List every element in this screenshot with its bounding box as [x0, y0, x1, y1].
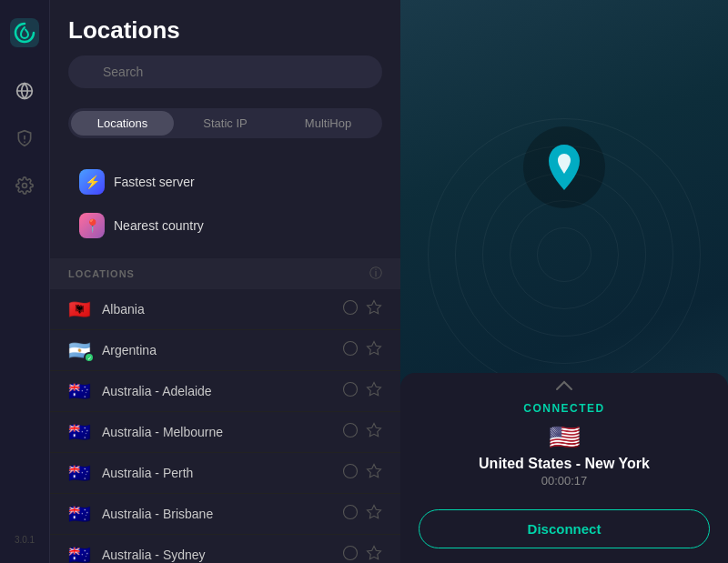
tab-static-ip[interactable]: Static IP — [174, 111, 277, 136]
svg-marker-17 — [368, 465, 381, 478]
country-list-item[interactable]: 🇦🇺Australia - Brisbane — [50, 494, 400, 535]
svg-point-12 — [344, 383, 358, 397]
tab-multihop[interactable]: MultiHop — [277, 111, 379, 136]
country-list-item[interactable]: 🇦🇷✓Argentina — [50, 330, 400, 371]
fastest-server-label: Fastest server — [114, 175, 195, 189]
svg-point-16 — [344, 465, 358, 478]
tab-locations[interactable]: Locations — [71, 111, 174, 136]
svg-point-18 — [344, 506, 358, 519]
country-list-item[interactable]: 🇦🇺Australia - Sydney — [50, 535, 400, 563]
left-panel: Locations Locations Static IP MultiHop ⚡… — [50, 0, 400, 563]
svg-marker-19 — [368, 506, 381, 518]
connected-location: United States - New York — [419, 456, 710, 472]
connect-icon[interactable] — [342, 463, 359, 483]
panel-header: Locations — [50, 0, 400, 108]
country-actions — [342, 340, 382, 360]
country-flag: 🇦🇱 — [68, 298, 91, 320]
country-name: Argentina — [102, 343, 342, 357]
country-list-item[interactable]: 🇦🇺Australia - Melbourne — [50, 412, 400, 453]
connect-icon[interactable] — [342, 545, 359, 563]
country-flag: 🇦🇺 — [68, 462, 91, 484]
vpn-badge: ✓ — [84, 352, 95, 363]
chevron-up-icon[interactable] — [400, 373, 728, 398]
connect-icon[interactable] — [342, 504, 359, 524]
search-input[interactable] — [68, 55, 382, 88]
favorite-icon[interactable] — [366, 422, 382, 442]
country-name: Australia - Brisbane — [102, 507, 342, 521]
country-flag: 🇦🇺 — [68, 421, 91, 443]
fastest-server-item[interactable]: ⚡ Fastest server — [68, 160, 382, 204]
lightning-icon: ⚡ — [79, 169, 105, 195]
svg-marker-11 — [368, 342, 381, 355]
sidebar-icon-globe[interactable] — [12, 78, 37, 104]
locations-section-header: LOCATIONS ⓘ — [50, 258, 400, 289]
right-panel: CONNECTED 🇺🇸 United States - New York 00… — [400, 0, 728, 563]
info-icon[interactable]: ⓘ — [369, 266, 382, 282]
sidebar-icon-settings[interactable] — [12, 173, 37, 198]
tab-bar: Locations Static IP MultiHop — [68, 108, 382, 138]
favorite-icon[interactable] — [366, 545, 382, 563]
connect-icon[interactable] — [342, 340, 359, 360]
location-icon: 📍 — [79, 213, 105, 238]
country-actions — [342, 463, 382, 483]
surfshark-logo-container — [523, 126, 605, 212]
disconnect-button[interactable]: Disconnect — [419, 509, 710, 548]
special-items: ⚡ Fastest server 📍 Nearest country — [50, 149, 400, 258]
country-list-item[interactable]: 🇦🇱Albania — [50, 289, 400, 330]
connected-time: 00:00:17 — [419, 474, 710, 488]
country-list: 🇦🇱Albania🇦🇷✓Argentina🇦🇺Australia - Adela… — [50, 289, 400, 563]
country-list-item[interactable]: 🇦🇺Australia - Adelaide — [50, 371, 400, 412]
sidebar-icon-shield[interactable] — [12, 126, 37, 151]
favorite-icon[interactable] — [366, 463, 382, 483]
app-version: 3.0.1 — [15, 535, 35, 545]
country-actions — [342, 381, 382, 401]
country-actions — [342, 545, 382, 563]
svg-point-20 — [344, 547, 358, 560]
connected-flag: 🇺🇸 — [419, 422, 710, 452]
svg-marker-9 — [368, 301, 381, 314]
country-name: Albania — [102, 302, 342, 317]
country-name: Australia - Perth — [102, 466, 342, 480]
country-flag: 🇦🇺 — [68, 544, 91, 563]
country-actions — [342, 299, 382, 319]
app-logo — [10, 18, 39, 47]
country-flag: 🇦🇷✓ — [68, 339, 91, 361]
country-actions — [342, 504, 382, 524]
country-flag: 🇦🇺 — [68, 503, 91, 525]
country-actions — [342, 422, 382, 442]
country-name: Australia - Adelaide — [102, 384, 342, 398]
country-name: Australia - Melbourne — [102, 425, 342, 439]
country-list-item[interactable]: 🇦🇺Australia - Perth — [50, 453, 400, 494]
svg-point-5 — [23, 184, 27, 188]
svg-marker-21 — [368, 547, 381, 559]
favorite-icon[interactable] — [366, 504, 382, 524]
svg-point-10 — [344, 342, 358, 356]
connected-panel: CONNECTED 🇺🇸 United States - New York 00… — [400, 373, 728, 563]
country-flag: 🇦🇺 — [68, 380, 91, 402]
locations-section-label: LOCATIONS — [68, 268, 135, 279]
favorite-icon[interactable] — [366, 299, 382, 319]
connection-status-area: CONNECTED 🇺🇸 United States - New York 00… — [400, 398, 728, 509]
connect-icon[interactable] — [342, 299, 359, 319]
connect-icon[interactable] — [342, 381, 359, 401]
connect-icon[interactable] — [342, 422, 359, 442]
panel-title: Locations — [68, 16, 382, 45]
svg-point-8 — [344, 301, 358, 315]
svg-marker-13 — [368, 383, 381, 396]
nearest-country-label: Nearest country — [114, 218, 204, 233]
nearest-country-item[interactable]: 📍 Nearest country — [68, 204, 382, 247]
connected-label: CONNECTED — [419, 402, 710, 415]
search-container — [68, 55, 382, 88]
favorite-icon[interactable] — [366, 381, 382, 401]
sidebar: 3.0.1 — [0, 0, 50, 563]
svg-point-14 — [344, 424, 358, 437]
favorite-icon[interactable] — [366, 340, 382, 360]
svg-marker-15 — [368, 424, 381, 437]
country-name: Australia - Sydney — [102, 548, 342, 562]
